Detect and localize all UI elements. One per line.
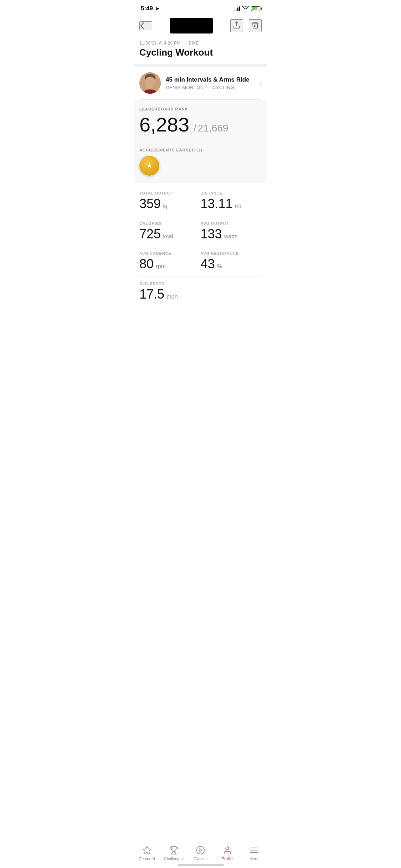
stat-calories: CALORIES 725 kcal xyxy=(139,221,201,241)
stat-avg-speed-label: AVG SPEED xyxy=(139,281,201,286)
achievement-star-icon: ★ xyxy=(146,161,153,170)
stat-avg-output-label: AVG OUTPUT xyxy=(201,221,262,226)
instructor-card[interactable]: 45 min Intervals & Arms Ride DENIS MORTO… xyxy=(134,67,267,99)
delete-button[interactable] xyxy=(249,19,262,32)
workout-meta: 11/08/21 @ 4:28 PM · BIKE xyxy=(139,41,262,46)
stats-row-4: AVG SPEED 17.5 mph xyxy=(134,277,267,306)
stat-calories-label: CALORIES xyxy=(139,221,201,226)
stat-empty xyxy=(201,281,262,301)
svg-point-3 xyxy=(145,74,155,82)
leaderboard-section: LEADERBOARD RANK 6,283 /21,669 xyxy=(134,100,267,142)
svg-point-5 xyxy=(147,82,149,83)
status-time: 5:49 ➤ xyxy=(141,5,159,12)
status-bar: 5:49 ➤ ⚡ xyxy=(134,0,267,15)
stat-avg-speed-value: 17.5 mph xyxy=(139,287,201,301)
stats-row-1: TOTAL OUTPUT 359 kj DISTANCE 13.11 mi xyxy=(134,186,267,216)
achievements-section: ACHIEVEMENTS EARNED (1) ★ xyxy=(134,142,267,183)
nav-bar xyxy=(134,15,267,38)
share-button[interactable] xyxy=(230,19,243,32)
avatar xyxy=(139,72,161,94)
svg-point-6 xyxy=(151,82,153,83)
stats-row-3: AVG CADENCE 80 rpm AVG RESISTANCE 43 % xyxy=(134,246,267,276)
leaderboard-label: LEADERBOARD RANK xyxy=(139,107,262,111)
status-icons: ⚡ xyxy=(234,6,260,12)
stat-distance-value: 13.11 mi xyxy=(201,197,262,211)
stat-total-output-label: TOTAL OUTPUT xyxy=(139,191,201,195)
back-button[interactable] xyxy=(139,21,152,30)
stat-avg-output: AVG OUTPUT 133 watts xyxy=(201,221,262,241)
stat-total-output-value: 359 kj xyxy=(139,197,201,211)
wifi-icon xyxy=(242,6,249,12)
signal-icon xyxy=(234,6,240,11)
class-name: 45 min Intervals & Arms Ride xyxy=(166,76,259,83)
stats-section: TOTAL OUTPUT 359 kj DISTANCE 13.11 mi CA… xyxy=(134,183,267,309)
workout-title: Cycling Workout xyxy=(139,47,262,58)
stat-avg-output-value: 133 watts xyxy=(201,227,262,241)
nav-title-logo xyxy=(170,18,213,33)
battery-icon: ⚡ xyxy=(251,6,260,11)
stats-row-2: CALORIES 725 kcal AVG OUTPUT 133 watts xyxy=(134,216,267,246)
stat-avg-speed: AVG SPEED 17.5 mph xyxy=(139,281,201,301)
stat-distance-label: DISTANCE xyxy=(201,191,262,195)
instructor-info: 45 min Intervals & Arms Ride DENIS MORTO… xyxy=(166,76,259,90)
stat-avg-resistance-label: AVG RESISTANCE xyxy=(201,251,262,255)
leaderboard-rank: 6,283 /21,669 xyxy=(139,115,262,135)
chevron-right-icon: › xyxy=(259,79,262,87)
stat-avg-cadence: AVG CADENCE 80 rpm xyxy=(139,251,201,271)
stat-avg-cadence-value: 80 rpm xyxy=(139,257,201,271)
instructor-sub: DENIS MORTON · CYCLING xyxy=(166,85,259,90)
achievements-label: ACHIEVEMENTS EARNED (1) xyxy=(139,148,262,152)
stat-avg-cadence-label: AVG CADENCE xyxy=(139,251,201,255)
location-icon: ➤ xyxy=(155,6,159,11)
stat-calories-value: 725 kcal xyxy=(139,227,201,241)
svg-point-4 xyxy=(145,78,155,89)
workout-header: 11/08/21 @ 4:28 PM · BIKE Cycling Workou… xyxy=(134,38,267,64)
section-divider-1 xyxy=(134,64,267,67)
stat-total-output: TOTAL OUTPUT 359 kj xyxy=(139,191,201,211)
stat-distance: DISTANCE 13.11 mi xyxy=(201,191,262,211)
stat-avg-resistance: AVG RESISTANCE 43 % xyxy=(201,251,262,271)
stat-avg-resistance-value: 43 % xyxy=(201,257,262,271)
achievement-badge: ★ xyxy=(139,156,159,176)
